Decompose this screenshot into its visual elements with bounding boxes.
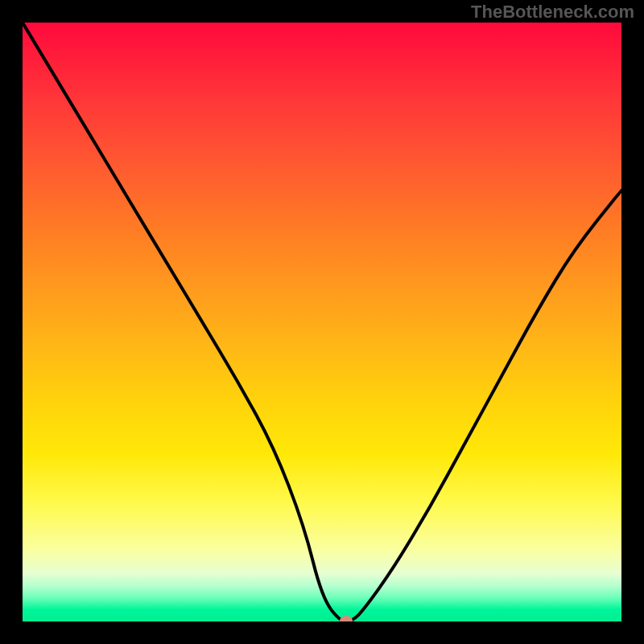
- plot-area: [23, 23, 621, 621]
- curve-path: [23, 23, 621, 621]
- chart-frame: TheBottleneck.com: [0, 0, 644, 644]
- bottleneck-curve: [23, 23, 621, 621]
- optimum-marker: [340, 616, 353, 621]
- watermark-text: TheBottleneck.com: [471, 2, 634, 23]
